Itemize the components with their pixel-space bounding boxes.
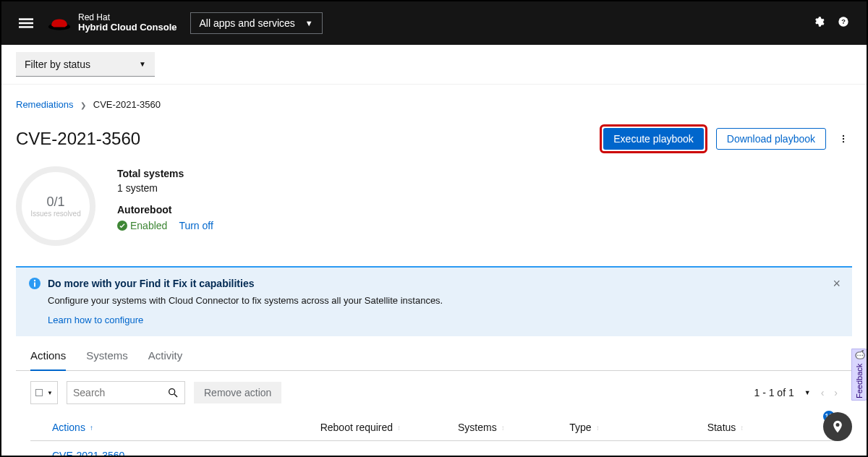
apps-dropdown-label: All apps and services <box>200 17 295 29</box>
filter-label: Filter by status <box>25 59 90 70</box>
col-systems[interactable]: Systems↕ <box>458 422 562 433</box>
turn-off-link[interactable]: Turn off <box>179 220 213 231</box>
svg-rect-11 <box>34 283 35 287</box>
header-actions: Execute playbook Download playbook <box>600 124 852 153</box>
next-page-button[interactable]: › <box>834 387 838 398</box>
svg-text:?: ? <box>841 18 846 25</box>
svg-point-8 <box>843 141 844 142</box>
sort-icon: ↕ <box>740 424 744 432</box>
col-status[interactable]: Status↕ <box>707 422 838 433</box>
tab-activity[interactable]: Activity <box>148 349 183 370</box>
summary-row: 0/1 Issues resolved Total systems 1 syst… <box>16 166 852 246</box>
sort-icon: ↕ <box>397 424 401 432</box>
help-icon[interactable]: ? <box>838 16 849 30</box>
arrow-up-icon: ↑ <box>90 424 93 432</box>
action-cell: CVE-2021-3560 Upgrade packages affected … <box>52 450 313 457</box>
check-circle-icon <box>117 221 127 231</box>
total-systems-value: 1 system <box>117 182 213 194</box>
download-playbook-button[interactable]: Download playbook <box>716 128 826 150</box>
search-icon[interactable] <box>167 387 179 398</box>
alert-title: Do more with your Find it Fix it capabil… <box>48 278 254 289</box>
enabled-status: Enabled <box>117 220 167 231</box>
info-alert: Do more with your Find it Fix it capabil… <box>16 266 852 336</box>
actions-table: Actions↑ Reboot required↕ Systems↕ Type↕… <box>16 414 852 457</box>
breadcrumb-root-link[interactable]: Remediations <box>16 99 74 110</box>
fedora-hat-icon <box>46 14 72 33</box>
alert-desc: Configure your systems with Cloud Connec… <box>48 295 839 306</box>
svg-rect-2 <box>19 26 33 27</box>
autoreboot-label: Autoreboot <box>117 204 213 215</box>
page-header: CVE-2021-3560 Execute playbook Download … <box>16 124 852 153</box>
caret-down-icon: ▼ <box>139 60 146 68</box>
brand-line2: Hybrid Cloud Console <box>78 22 177 33</box>
actions-toolbar: ▼ Remove action 1 - 1 of 1 ▼ ‹ › <box>16 371 852 414</box>
brand-logo[interactable]: Red Hat Hybrid Cloud Console <box>46 13 177 33</box>
filter-by-status-dropdown[interactable]: Filter by status ▼ <box>16 52 155 77</box>
col-type[interactable]: Type↕ <box>569 422 699 433</box>
chevron-right-icon: ❯ <box>80 101 86 109</box>
svg-point-7 <box>843 138 844 140</box>
close-icon[interactable]: × <box>833 276 841 291</box>
svg-rect-1 <box>19 22 33 25</box>
comment-icon: 💬 <box>855 351 864 360</box>
caret-down-icon: ▼ <box>47 390 53 396</box>
tabs: Actions Systems Activity <box>16 336 852 371</box>
summary-details: Total systems 1 system Autoreboot Enable… <box>117 166 213 231</box>
tab-actions[interactable]: Actions <box>30 349 66 370</box>
search-input[interactable] <box>73 387 167 398</box>
masthead: Red Hat Hybrid Cloud Console All apps an… <box>1 1 867 45</box>
svg-point-12 <box>34 280 35 281</box>
total-systems-label: Total systems <box>117 168 213 179</box>
col-actions[interactable]: Actions↑ <box>52 422 313 433</box>
main-content: Remediations ❯ CVE-2021-3560 CVE-2021-35… <box>1 85 867 457</box>
checkbox-icon <box>35 389 43 396</box>
select-all-dropdown[interactable]: ▼ <box>30 381 58 404</box>
prev-page-button[interactable]: ‹ <box>821 387 825 398</box>
donut-count: 0/1 <box>46 195 64 210</box>
sub-toolbar: Filter by status ▼ <box>1 45 867 85</box>
apps-dropdown[interactable]: All apps and services ▼ <box>190 12 323 34</box>
col-reboot[interactable]: Reboot required↕ <box>320 422 451 433</box>
donut-label: Issues resolved <box>30 210 80 218</box>
gear-icon[interactable] <box>813 16 825 30</box>
table-header: Actions↑ Reboot required↕ Systems↕ Type↕… <box>30 414 838 441</box>
kebab-menu[interactable] <box>835 130 852 148</box>
svg-point-13 <box>169 389 175 395</box>
pagination: 1 - 1 of 1 ▼ ‹ › <box>754 387 838 398</box>
sort-icon: ↕ <box>501 424 505 432</box>
caret-down-icon[interactable]: ▼ <box>804 389 811 396</box>
tutorial-highlight: Execute playbook <box>600 124 707 153</box>
pagination-range: 1 - 1 of 1 <box>754 387 793 398</box>
progress-donut: 0/1 Issues resolved <box>16 166 95 246</box>
tab-systems[interactable]: Systems <box>86 349 128 370</box>
fab-button[interactable] <box>823 412 852 441</box>
remove-action-button[interactable]: Remove action <box>194 382 281 403</box>
feedback-tab[interactable]: Feedback 💬 <box>851 349 867 401</box>
hamburger-icon[interactable] <box>13 10 39 36</box>
row-title-link[interactable]: CVE-2021-3560 <box>52 450 313 457</box>
page-title: CVE-2021-3560 <box>16 129 140 149</box>
learn-configure-link[interactable]: Learn how to configure <box>48 315 143 325</box>
svg-line-14 <box>174 394 177 397</box>
map-marker-icon <box>830 419 845 434</box>
table-row: CVE-2021-3560 Upgrade packages affected … <box>30 441 838 457</box>
caret-down-icon: ▼ <box>305 19 313 27</box>
sort-icon: ↕ <box>596 424 600 432</box>
breadcrumb: Remediations ❯ CVE-2021-3560 <box>16 99 852 110</box>
svg-rect-0 <box>19 18 33 20</box>
breadcrumb-current: CVE-2021-3560 <box>93 99 161 110</box>
execute-playbook-button[interactable]: Execute playbook <box>603 128 704 150</box>
search-box <box>67 381 185 404</box>
info-icon <box>29 278 41 292</box>
svg-point-6 <box>843 135 844 137</box>
